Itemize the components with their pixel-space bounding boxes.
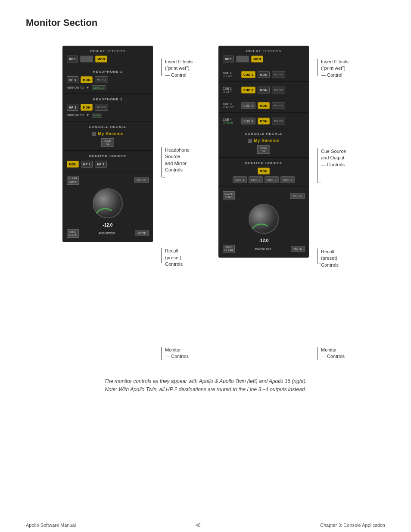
left-monitor-source-section: MONITOR SOURCE MON HP 1 HP 2 <box>62 151 153 171</box>
right-src-mon-button[interactable]: MON <box>258 168 270 174</box>
right-cue3-mon-button[interactable]: MON <box>258 102 270 109</box>
right-callout-monitor-line <box>313 347 321 360</box>
right-cue2-label: CUE 2 <box>223 87 239 90</box>
left-hp1-row: HP 1 MON MONO <box>67 76 149 83</box>
right-insert-effects-section: INSERT EFFECTS REC MON <box>218 46 309 66</box>
left-recall-section: CONSOLE RECALL My Session SAVE AS <box>62 121 153 151</box>
left-session-name: My Session <box>98 131 124 136</box>
right-callout-cue-line <box>313 148 321 183</box>
right-callout-insert-line <box>313 59 321 76</box>
footer-center: 46 <box>195 523 200 528</box>
left-recall-label: CONSOLE RECALL <box>67 125 149 129</box>
right-recall-section: CONSOLE RECALL My Session SAVE AS <box>218 128 309 158</box>
right-cue2-checkbox: ☑ <box>223 90 225 93</box>
right-cue3-info: CUE 3 ☑ AES/E... <box>223 103 239 109</box>
right-cue2-info: CUE 2 ☑ L3-4 <box>223 87 239 93</box>
left-hp1-mirror-value[interactable]: Line 1-2 <box>92 85 106 90</box>
right-mon-button[interactable]: MON <box>251 56 263 62</box>
left-hp2-button[interactable]: HP 2 <box>67 104 78 111</box>
left-db-row: -12.0 <box>103 223 113 227</box>
left-callout-recall-line <box>157 248 165 263</box>
right-recall-label: CONSOLE RECALL <box>223 132 305 136</box>
left-headphone1-section: HEADPHONE 1 HP 1 MON MONO MIRROR TO ▼ Li… <box>62 66 153 94</box>
right-callout-insert: Insert Effects ("print wet") — Control <box>313 59 349 78</box>
left-mute-button[interactable]: MUTE <box>135 230 149 236</box>
right-clear-clips-button[interactable]: CLEAR CLIPS <box>223 191 235 200</box>
right-cue1-source: L1-2 <box>226 75 232 78</box>
right-recall-icon <box>248 139 252 143</box>
right-callout-monitor-text: Monitor — Controls <box>321 347 345 360</box>
right-cue2-mono-button[interactable]: MONO <box>272 87 285 93</box>
left-callout-hp-line <box>157 147 165 177</box>
left-hp2-mirror-row: MIRROR TO ▼ None <box>67 113 149 118</box>
right-cue-source-row: CUE 1 CUE 2 CUE 3 CUE 4 <box>223 176 305 183</box>
right-src-cue2-button[interactable]: CUE 2 <box>249 176 263 183</box>
right-save-as-button[interactable]: SAVE AS <box>257 145 270 154</box>
left-hp2-mirror-value[interactable]: None <box>92 113 103 118</box>
left-src-mon-button[interactable]: MON <box>67 161 79 168</box>
right-callout-recall-line <box>313 249 321 264</box>
left-recall-dropdown-row: My Session <box>67 131 149 136</box>
right-cue3-source-row: ☑ AES/E... <box>223 106 239 109</box>
left-insert-effects-row: REC MON <box>67 56 149 62</box>
left-hp1-button[interactable]: HP 1 <box>67 76 78 83</box>
right-callouts: Insert Effects ("print wet") — Control C… <box>313 46 349 360</box>
left-panel: INSERT EFFECTS REC MON HEADPHONE 1 HP 1 … <box>62 46 153 242</box>
left-callout-hp-text: Headphone Source and Mirror Controls <box>165 147 190 174</box>
right-cue1-source-row: ☑ L1-2 <box>223 75 239 78</box>
right-cue3-mono-button[interactable]: MONO <box>272 102 285 109</box>
right-cue3-button[interactable]: CUE 3 <box>241 102 255 109</box>
left-mono-button[interactable]: MONO <box>134 177 149 183</box>
right-cue1-button[interactable]: CUE 1 <box>241 71 255 78</box>
right-cue2-row: CUE 2 ☑ L3-4 CUE 2 MON MONO <box>223 87 305 93</box>
right-solo-clear-button[interactable]: SOLO CLEAR <box>223 245 235 253</box>
left-hp1-mono-button[interactable]: MONO <box>95 76 108 83</box>
right-cue4-info: CUE 4 ☑ None <box>223 118 239 124</box>
right-rec-button[interactable]: REC <box>223 56 234 62</box>
right-insert-block <box>236 56 249 62</box>
right-cue1-mono-button[interactable]: MONO <box>272 71 285 78</box>
right-monitor-source-label: MONITOR SOURCE <box>223 161 305 165</box>
right-src-cue1-button[interactable]: CUE 1 <box>233 176 247 183</box>
left-src-hp1-button[interactable]: HP 1 <box>81 161 93 168</box>
right-cue2-mon-button[interactable]: MON <box>258 87 270 93</box>
left-callout-monitor: Monitor — Controls <box>157 347 193 360</box>
right-monitor-controls-section: CLEAR CLIPS MONO -12.0 SOLO CLEAR MONITO… <box>218 187 309 258</box>
left-hp1-mon-button[interactable]: MON <box>81 76 93 83</box>
right-cue4-mon-button[interactable]: MON <box>258 118 270 124</box>
left-monitor-source-row: MON HP 1 HP 2 <box>67 161 149 168</box>
left-src-hp2-button[interactable]: HP 2 <box>95 161 106 168</box>
left-save-as-button[interactable]: SAVE AS <box>101 138 114 147</box>
page-title: Monitor Section <box>0 0 411 37</box>
right-monitor-label: MONITOR <box>255 247 271 251</box>
right-cue2-button[interactable]: CUE 2 <box>241 87 255 93</box>
left-bottom-btns: SOLO CLEAR MONITOR MUTE <box>67 229 149 238</box>
right-src-cue4-button[interactable]: CUE 4 <box>280 176 295 183</box>
right-cue1-mon-button[interactable]: MON <box>258 71 270 78</box>
right-cue2-source-row: ☑ L3-4 <box>223 90 239 93</box>
caption-line1: The monitor controls as they appear with… <box>104 378 307 384</box>
right-mon-source-center: MON <box>223 168 305 174</box>
right-src-cue3-button[interactable]: CUE 3 <box>265 176 279 183</box>
right-monitor-source-section: MONITOR SOURCE MON CUE 1 CUE 2 CUE 3 CUE… <box>218 158 309 187</box>
right-cue4-mono-button[interactable]: MONO <box>272 118 285 124</box>
left-solo-clear-button[interactable]: SOLO CLEAR <box>67 229 79 238</box>
right-cue4-button[interactable]: CUE 4 <box>241 118 255 124</box>
right-mute-button[interactable]: MUTE <box>291 246 305 252</box>
left-hp2-mon-button[interactable]: MON <box>81 104 93 111</box>
right-mono-button[interactable]: MONO <box>290 193 305 199</box>
left-clear-clips-button[interactable]: CLEAR CLIPS <box>67 176 79 184</box>
caption: The monitor controls as they appear with… <box>0 369 411 402</box>
right-cue4-label: CUE 4 <box>223 118 239 121</box>
left-mon-button[interactable]: MON <box>95 56 107 62</box>
left-hp2-row: HP 2 MON MONO <box>67 104 149 111</box>
left-hp2-mirror-icon: ▼ <box>86 113 90 117</box>
left-rec-button[interactable]: REC <box>67 56 78 62</box>
left-insert-effects-label: INSERT EFFECTS <box>67 49 149 53</box>
right-callout-recall: Recall (preset) Controls <box>313 249 349 268</box>
left-callouts: Insert Effects ("print wet") — Control H… <box>157 46 193 360</box>
right-callout-cue: Cue Source and Output — Controls <box>313 148 349 183</box>
left-callout-recall-text: Recall (preset) Controls <box>165 248 183 268</box>
left-hp2-mono-button[interactable]: MONO <box>95 104 108 111</box>
right-cue3-source: AES/E... <box>226 106 237 109</box>
